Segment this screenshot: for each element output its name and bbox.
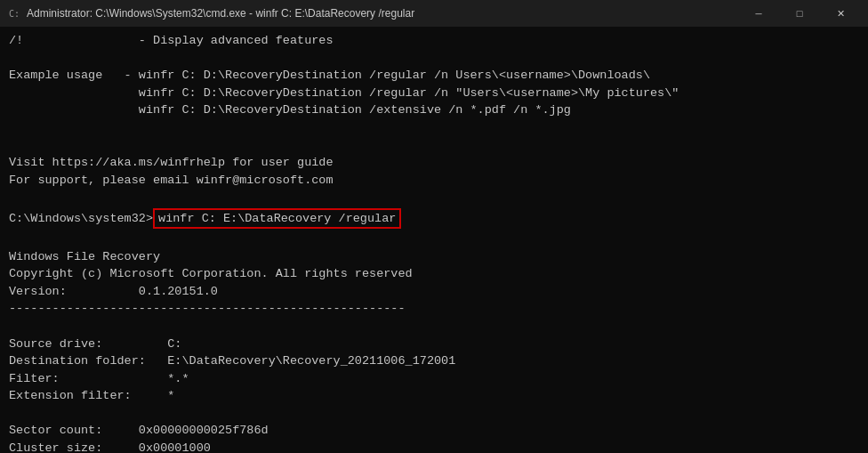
- terminal-line-11: [9, 231, 859, 248]
- terminal-line-23: Cluster size: 0x00001000: [9, 440, 859, 453]
- terminal-line-14: Version: 0.1.20151.0: [9, 283, 859, 301]
- terminal-line-8: Visit https://aka.ms/winfrhelp for user …: [9, 154, 859, 172]
- prompt-text: C:\Windows\system32>: [9, 210, 153, 228]
- titlebar-buttons: [738, 0, 861, 27]
- terminal-line-22: Sector count: 0x00000000025f786d: [9, 422, 859, 440]
- command-box: winfr C: E:\DataRecovery /regular: [153, 208, 401, 230]
- terminal-content[interactable]: /! - Display advanced features Example u…: [0, 27, 868, 453]
- terminal-line-1: /! - Display advanced features: [9, 32, 859, 50]
- terminal-line-19: Filter: *.*: [9, 370, 859, 388]
- terminal-line-6: [9, 119, 859, 137]
- terminal-line-9: For support, please email winfr@microsof…: [9, 172, 859, 190]
- terminal-line-7: [9, 136, 859, 154]
- terminal-line-2: [9, 50, 859, 68]
- terminal-line-10: [9, 189, 859, 206]
- terminal-line-5: winfr C: D:\RecoveryDestination /extensi…: [9, 101, 859, 119]
- svg-text:C:: C:: [9, 9, 20, 19]
- terminal-line-17: Source drive: C:: [9, 336, 859, 353]
- terminal-line-16: [9, 318, 859, 336]
- terminal-line-13: Copyright (c) Microsoft Corporation. All…: [9, 265, 859, 283]
- prompt-line: C:\Windows\system32>winfr C: E:\DataReco…: [9, 208, 859, 230]
- terminal-line-3: Example usage - winfr C: D:\RecoveryDest…: [9, 67, 859, 85]
- terminal-line-21: [9, 405, 859, 423]
- cmd-icon: C:: [7, 6, 21, 20]
- minimize-button[interactable]: [738, 0, 779, 27]
- window-title: Administrator: C:\Windows\System32\cmd.e…: [27, 7, 738, 20]
- terminal-line-18: Destination folder: E:\DataRecovery\Reco…: [9, 352, 859, 370]
- terminal-line-15: ----------------------------------------…: [9, 300, 859, 318]
- close-button[interactable]: [820, 0, 861, 27]
- terminal-line-12: Windows File Recovery: [9, 248, 859, 266]
- terminal-line-4: winfr C: D:\RecoveryDestination /regular…: [9, 85, 859, 102]
- maximize-button[interactable]: [779, 0, 820, 27]
- terminal-line-20: Extension filter: *: [9, 387, 859, 405]
- titlebar: C: Administrator: C:\Windows\System32\cm…: [0, 0, 868, 27]
